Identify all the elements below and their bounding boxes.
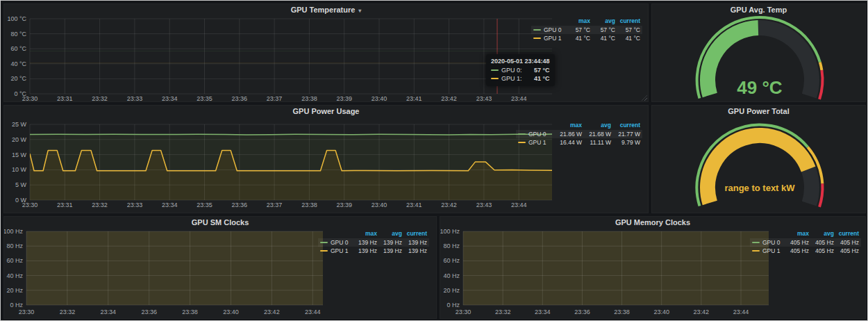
svg-text:23:30: 23:30 bbox=[22, 95, 38, 101]
panel-title-gpu-avg-temp[interactable]: GPU Avg. Temp bbox=[652, 6, 865, 14]
panel-gpu-avg-temp: GPU Avg. Temp 49 °C bbox=[651, 3, 866, 102]
svg-text:23:40: 23:40 bbox=[223, 308, 239, 315]
legend-row-gpu0: GPU 0 139 Hz 139 Hz 139 Hz bbox=[318, 238, 429, 247]
svg-text:23:32: 23:32 bbox=[92, 95, 108, 101]
svg-text:100 °C: 100 °C bbox=[7, 15, 26, 22]
svg-text:23:43: 23:43 bbox=[476, 201, 492, 208]
series-color-dash bbox=[533, 29, 541, 31]
legend-series-gpu1[interactable]: GPU 1 bbox=[518, 139, 553, 146]
legend-gpu-temperature: max avg current GPU 0 57 °C 57 °C 57 °C … bbox=[531, 17, 642, 43]
svg-text:40 Hz: 40 Hz bbox=[6, 272, 23, 279]
svg-text:23:34: 23:34 bbox=[162, 201, 178, 208]
svg-text:60 Hz: 60 Hz bbox=[6, 257, 23, 264]
panel-title-gpu-power-usage[interactable]: GPU Power Usage bbox=[4, 107, 648, 115]
series-color-dash bbox=[320, 250, 328, 252]
svg-text:15 W: 15 W bbox=[12, 151, 27, 158]
chevron-down-icon: ▾ bbox=[358, 8, 361, 14]
legend-header-max[interactable]: max bbox=[565, 17, 590, 24]
legend-value: 405 Hz bbox=[834, 239, 859, 246]
legend-row-gpu0: GPU 0 21.86 W 21.68 W 21.77 W bbox=[516, 130, 642, 139]
series-color-dash bbox=[518, 142, 526, 143]
legend-header-row: max avg current bbox=[531, 17, 642, 26]
svg-text:23:42: 23:42 bbox=[694, 308, 710, 315]
svg-text:23:36: 23:36 bbox=[574, 308, 590, 315]
panel-title-gpu-power-total[interactable]: GPU Power Total bbox=[652, 107, 865, 115]
legend-value: 57 °C bbox=[615, 26, 640, 33]
svg-text:23:40: 23:40 bbox=[372, 95, 387, 101]
svg-text:100 Hz: 100 Hz bbox=[440, 228, 460, 235]
svg-text:23:39: 23:39 bbox=[336, 95, 352, 101]
legend-row-gpu1: GPU 1 405 Hz 405 Hz 405 Hz bbox=[750, 247, 861, 256]
legend-header-current[interactable]: current bbox=[402, 230, 427, 237]
legend-header-row: max avg current bbox=[516, 121, 642, 130]
legend-header-current[interactable]: current bbox=[611, 122, 640, 129]
svg-text:5 W: 5 W bbox=[15, 181, 27, 188]
series-color-dash bbox=[491, 78, 499, 79]
legend-series-gpu1[interactable]: GPU 1 bbox=[320, 247, 352, 254]
legend-series-gpu1[interactable]: GPU 1 bbox=[533, 35, 565, 42]
svg-text:20 °C: 20 °C bbox=[10, 75, 26, 82]
svg-text:80 Hz: 80 Hz bbox=[6, 242, 23, 249]
panel-gpu-power-usage: GPU Power Usage 25 W20 W15 W10 W5 W0 W23… bbox=[3, 105, 649, 213]
legend-header-avg[interactable]: avg bbox=[809, 230, 834, 237]
legend-series-gpu0[interactable]: GPU 0 bbox=[533, 26, 565, 33]
legend-value: 9.79 W bbox=[611, 139, 640, 146]
legend-series-gpu1[interactable]: GPU 1 bbox=[752, 247, 784, 254]
legend-header-max[interactable]: max bbox=[784, 230, 809, 237]
panel-title-gpu-sm-clocks[interactable]: GPU SM Clocks bbox=[4, 218, 436, 227]
svg-text:23:41: 23:41 bbox=[406, 95, 422, 101]
svg-text:23:36: 23:36 bbox=[232, 201, 248, 208]
chart-tooltip: 2020-05-01 23:44:48 GPU 0:57 °C GPU 1:41… bbox=[486, 54, 555, 86]
svg-text:23:34: 23:34 bbox=[162, 95, 178, 101]
series-color-dash bbox=[518, 133, 526, 135]
legend-header-row: max avg current bbox=[750, 229, 861, 238]
legend-series-gpu0[interactable]: GPU 0 bbox=[518, 131, 553, 138]
legend-header-current[interactable]: current bbox=[615, 17, 640, 24]
svg-text:23:31: 23:31 bbox=[57, 95, 73, 101]
panel-gpu-sm-clocks: GPU SM Clocks 100 Hz80 Hz60 Hz40 Hz20 Hz… bbox=[3, 216, 437, 319]
panel-title-gpu-temperature[interactable]: GPU Temperature▾ bbox=[4, 6, 648, 14]
panel-title-gpu-memory-clocks[interactable]: GPU Memory Clocks bbox=[440, 218, 865, 227]
svg-text:49 °C: 49 °C bbox=[737, 77, 783, 98]
svg-text:23:38: 23:38 bbox=[182, 308, 198, 315]
legend-header-max[interactable]: max bbox=[352, 230, 377, 237]
legend-header-current[interactable]: current bbox=[834, 230, 859, 237]
legend-header-avg[interactable]: avg bbox=[590, 17, 615, 24]
legend-value: 21.68 W bbox=[582, 131, 611, 138]
svg-text:23:37: 23:37 bbox=[267, 95, 283, 101]
svg-text:100 Hz: 100 Hz bbox=[4, 228, 23, 235]
legend-value: 21.86 W bbox=[553, 131, 582, 138]
svg-text:20 Hz: 20 Hz bbox=[6, 287, 23, 294]
legend-header-avg[interactable]: avg bbox=[377, 230, 402, 237]
gpu-avg-temp-gauge: 49 °C bbox=[652, 4, 865, 101]
svg-text:range to text kW: range to text kW bbox=[724, 183, 795, 193]
legend-series-gpu0[interactable]: GPU 0 bbox=[752, 239, 784, 246]
series-color-dash bbox=[533, 38, 541, 39]
legend-header-row: max avg current bbox=[318, 229, 429, 238]
legend-header-max[interactable]: max bbox=[553, 122, 582, 129]
tooltip-row-gpu0: GPU 0:57 °C bbox=[491, 66, 550, 74]
svg-text:23:42: 23:42 bbox=[264, 308, 280, 315]
svg-text:23:30: 23:30 bbox=[456, 308, 471, 315]
svg-text:80 Hz: 80 Hz bbox=[443, 242, 460, 249]
legend-series-gpu0[interactable]: GPU 0 bbox=[320, 239, 352, 246]
legend-gpu-memory-clocks: max avg current GPU 0 405 Hz 405 Hz 405 … bbox=[750, 229, 861, 256]
legend-value: 139 Hz bbox=[402, 239, 427, 246]
legend-value: 57 °C bbox=[565, 26, 590, 33]
legend-header-avg[interactable]: avg bbox=[582, 122, 611, 129]
legend-value: 405 Hz bbox=[784, 239, 809, 246]
legend-value: 41 °C bbox=[615, 35, 640, 42]
svg-text:23:34: 23:34 bbox=[535, 308, 551, 315]
legend-value: 139 Hz bbox=[352, 239, 377, 246]
legend-value: 57 °C bbox=[590, 26, 615, 33]
legend-row-gpu0: GPU 0 405 Hz 405 Hz 405 Hz bbox=[750, 238, 861, 247]
legend-value: 11.11 W bbox=[582, 139, 611, 146]
svg-text:10 W: 10 W bbox=[12, 166, 27, 173]
svg-text:23:40: 23:40 bbox=[372, 201, 387, 208]
svg-text:23:39: 23:39 bbox=[336, 201, 352, 208]
svg-text:23:33: 23:33 bbox=[127, 201, 143, 208]
svg-text:23:41: 23:41 bbox=[406, 201, 422, 208]
svg-text:0 Hz: 0 Hz bbox=[446, 302, 460, 308]
legend-value: 139 Hz bbox=[352, 247, 377, 254]
tooltip-timestamp: 2020-05-01 23:44:48 bbox=[491, 57, 550, 65]
